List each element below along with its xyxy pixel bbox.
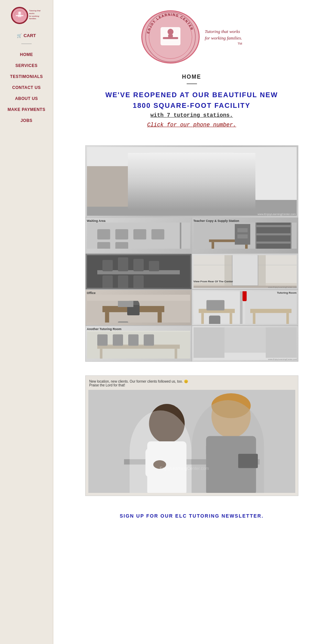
svg-point-99 [149,404,185,443]
another-tutoring-row: Another Tutoring Room [85,326,298,362]
tutoring-room-label: Tutoring Room [277,291,297,294]
view-front-svg [194,327,297,360]
svg-point-2 [18,12,21,14]
supply-station-photo: Teacher Copy & Supply Station [192,217,298,253]
svg-rect-94 [266,327,297,358]
another-tutoring-svg [87,331,190,359]
svg-rect-48 [102,275,113,288]
svg-rect-67 [87,295,190,301]
svg-rect-75 [206,300,224,310]
cart-link[interactable]: 🛒 CART [17,33,36,38]
another-tutoring-photo: Another Tutoring Room [85,326,192,362]
phone-link[interactable]: Click for our phone number. [105,122,278,128]
corridor-photo-svg [87,147,297,216]
photo-section: www.EnjoyLearningCenter.com Waiting Area [85,145,298,362]
svg-rect-88 [144,334,154,346]
hero-line1: WE'VE REOPENED AT OUR BEAUTIFUL NEW [105,91,278,99]
svg-rect-49 [118,275,128,288]
sidebar-item-about[interactable]: ABOUT US [0,93,53,104]
tm-mark: TM [238,42,242,45]
svg-rect-61 [105,312,109,323]
svg-rect-25 [151,229,164,239]
sidebar-item-payments[interactable]: MAKE PAYMENTS [0,104,53,115]
svg-rect-105 [206,436,256,493]
waiting-area-photo: Waiting Area [85,217,192,253]
sidebar-logo-icon [12,8,28,23]
hero-line2: 1800 SQUARE-FOOT FACILITY [105,102,278,110]
svg-rect-74 [209,316,220,324]
dark-room-photo [85,253,192,290]
svg-rect-33 [256,227,290,233]
svg-rect-62 [157,312,162,323]
svg-rect-80 [242,291,246,301]
svg-rect-84 [175,349,177,358]
tagline-line2: for working families. [205,35,242,41]
office-photo: Office [85,290,192,326]
sidebar-item-services[interactable]: SERVICES [0,60,53,71]
header-tagline-block: Tutoring that works for working families… [205,29,242,45]
supply-label: Teacher Copy & Supply Station [194,219,297,223]
students-photo: EnjoyLearningCenter.com [88,390,295,493]
svg-rect-93 [194,327,224,358]
sidebar-item-jobs[interactable]: JOBS [0,115,53,126]
students-svg: EnjoyLearningCenter.com [88,390,295,493]
page-title: HOME [182,74,201,80]
sidebar-item-contact[interactable]: CONTACT US [0,82,53,93]
svg-rect-86 [113,334,123,346]
tutoring-room-photo: Tutoring Room [192,290,298,326]
tutoring-room-svg [194,291,297,324]
hero-line3-post: stations. [200,112,233,118]
dark-room-svg [87,255,190,288]
office-tutoring-row: Office [85,290,298,326]
cart-divider [21,44,32,44]
svg-rect-18 [148,166,151,207]
svg-marker-16 [128,159,256,200]
corridor-watermark: www.EnjoyLearningCenter.com [257,213,296,216]
svg-rect-98 [124,459,259,465]
svg-rect-45 [118,257,128,271]
svg-rect-97 [88,390,295,493]
waiting-label: Waiting Area [87,219,190,223]
svg-rect-73 [230,313,232,324]
office-label: Office [87,291,190,295]
svg-rect-57 [232,255,258,286]
sidebar-logo-circle [11,7,28,24]
sidebar-item-home[interactable]: HOME [0,49,53,60]
svg-point-102 [153,460,166,469]
another-tutoring-label: Another Tutoring Room [87,327,190,331]
cart-icon: 🛒 [17,33,22,38]
svg-rect-13 [195,152,246,159]
svg-rect-47 [149,261,159,271]
svg-rect-3 [18,14,21,17]
svg-rect-78 [253,313,255,324]
svg-rect-41 [237,234,248,238]
svg-rect-107 [238,454,257,468]
svg-rect-65 [118,301,133,307]
svg-point-7 [167,29,173,35]
svg-rect-9 [168,34,173,38]
svg-rect-101 [145,449,156,477]
svg-rect-24 [133,229,146,239]
svg-rect-46 [133,259,144,271]
view-rear-photo: View From Rear Of The Center www.EnjoyLe… [192,253,298,290]
svg-rect-50 [133,275,144,288]
view-rear-label: View From Rear Of The Center [194,280,233,283]
svg-rect-23 [115,229,128,239]
svg-rect-32 [256,223,290,225]
sidebar: Tutoring that works for working families… [0,0,53,644]
header-logo-circle: ENJOY LEARNING CENTER [141,10,200,64]
svg-rect-20 [138,176,165,193]
svg-rect-79 [286,313,289,324]
title-divider [187,83,197,84]
view-front-photo: www.EnjoyLearningCenter.com [192,326,298,362]
tagline-line1: Tutoring that works [205,29,242,34]
hero-text-block: WE'VE REOPENED AT OUR BEAUTIFUL NEW 1800… [105,91,278,128]
header-logo-svg: ENJOY LEARNING CENTER [142,10,199,64]
newsletter-text: SIGN UP FOR OUR ELC TUTORING NEWSLETTER. [120,513,264,519]
svg-rect-85 [97,334,108,346]
sidebar-item-testimonials[interactable]: TESTIMONIALS [0,71,53,82]
sidebar-logo: Tutoring that works for working families… [10,7,43,30]
svg-text:EnjoyLearningCenter.com: EnjoyLearningCenter.com [160,466,209,471]
students-section: New location, new clients. Our former cl… [85,375,298,496]
svg-rect-44 [102,260,113,271]
